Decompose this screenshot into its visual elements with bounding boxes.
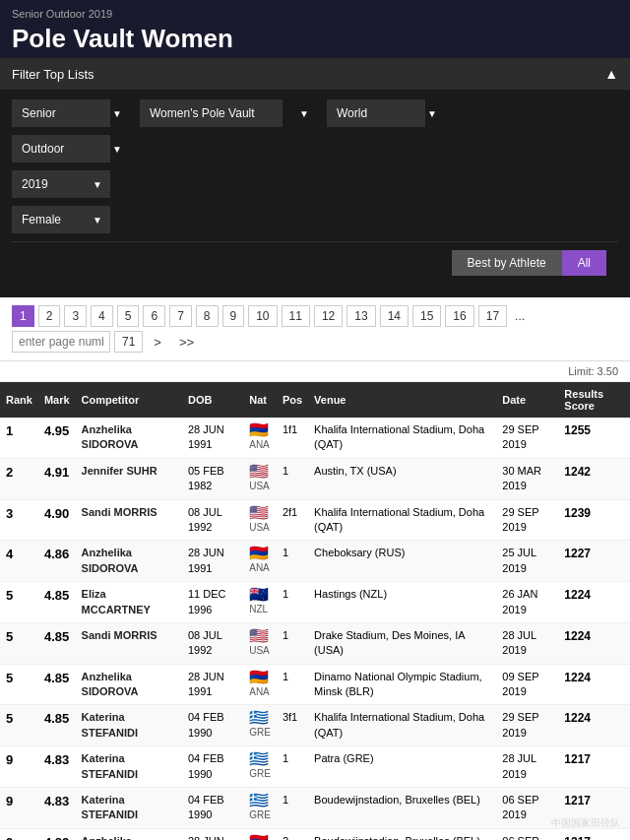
- page-button-2[interactable]: 2: [38, 305, 61, 327]
- rank-cell: 5: [0, 705, 38, 746]
- rank-cell: 5: [0, 582, 38, 623]
- pos-cell: 3f1: [277, 705, 308, 746]
- gender-select-wrapper[interactable]: Female Male: [12, 206, 110, 233]
- nat-code: NZL: [249, 603, 271, 616]
- competitor-cell: Eliza MCCARTNEY: [76, 582, 182, 623]
- environment-select[interactable]: Outdoor Indoor: [12, 135, 110, 162]
- flag-icon: 🇺🇸: [249, 464, 271, 480]
- col-rank: Rank: [0, 382, 38, 418]
- best-by-athlete-button[interactable]: Best by Athlete: [452, 250, 562, 276]
- year-select[interactable]: 2019 2018 2017 2016: [12, 170, 110, 198]
- page-button-12[interactable]: 12: [314, 305, 343, 327]
- event-select-wrapper[interactable]: Women's Pole Vault Men's Pole Vault: [140, 99, 317, 127]
- gender-select[interactable]: Female Male: [12, 206, 110, 233]
- page-button-16[interactable]: 16: [445, 305, 473, 327]
- nat-cell: 🇦🇲 ANA: [243, 828, 277, 840]
- page-button-3[interactable]: 3: [64, 305, 87, 327]
- competitor-cell: Jennifer SUHR: [76, 458, 182, 499]
- rank-cell: 9: [0, 828, 38, 840]
- page-button-6[interactable]: 6: [143, 305, 165, 327]
- event-category: Senior Outdoor 2019: [12, 8, 618, 20]
- competitor-cell: Katerina STEFANIDI: [76, 705, 182, 746]
- table-row: 3 4.90 Sandi MORRIS 08 JUL 1992 🇺🇸 USA 2…: [0, 499, 630, 541]
- region-select[interactable]: World Europe Asia Americas: [327, 99, 425, 127]
- page-button-17[interactable]: 17: [478, 305, 507, 327]
- all-button[interactable]: All: [562, 250, 606, 276]
- dob-cell: 28 JUN 1991: [182, 664, 243, 705]
- competitor-cell: Anzhelika SIDOROVA: [76, 541, 182, 582]
- page-button-11[interactable]: 11: [282, 305, 310, 327]
- pos-cell: 1: [277, 746, 308, 788]
- venue-cell: Boudewijnstadion, Bruxelles (BEL): [308, 828, 496, 840]
- dob-cell: 08 JUL 1992: [182, 499, 243, 541]
- score-cell: 1224: [558, 664, 630, 705]
- level-select[interactable]: Senior Junior Youth: [12, 99, 110, 127]
- date-cell: 30 MAR 2019: [496, 458, 558, 499]
- page-number-input[interactable]: [12, 331, 110, 353]
- page-button-4[interactable]: 4: [91, 305, 113, 327]
- mark-cell: 4.90: [38, 499, 76, 541]
- nat-cell: 🇬🇷 GRE: [243, 746, 277, 788]
- rank-cell: 3: [0, 499, 38, 541]
- page-button-5[interactable]: 5: [117, 305, 140, 327]
- pos-cell: 2: [277, 828, 308, 840]
- flag-icon: 🇦🇲: [249, 546, 271, 561]
- score-cell: 1224: [558, 705, 630, 746]
- flag-icon: 🇦🇲: [249, 834, 271, 840]
- table-row: 4 4.86 Anzhelika SIDOROVA 28 JUN 1991 🇦🇲…: [0, 541, 630, 582]
- table-row: 9 4.83 Katerina STEFANIDI 04 FEB 1990 🇬🇷…: [0, 746, 630, 788]
- mark-cell: 4.85: [38, 622, 76, 664]
- rank-cell: 9: [0, 788, 38, 829]
- next-page-button[interactable]: >: [147, 332, 168, 353]
- date-cell: 06 SEP 2019: [496, 788, 558, 829]
- score-cell: 1217: [558, 746, 630, 788]
- level-select-wrapper[interactable]: Senior Junior Youth: [12, 99, 130, 127]
- page-button-1[interactable]: 1: [12, 305, 34, 327]
- flag-icon: 🇬🇷: [249, 710, 271, 726]
- rank-cell: 5: [0, 622, 38, 664]
- nat-code: GRE: [249, 726, 271, 740]
- page-button-14[interactable]: 14: [380, 305, 409, 327]
- pagination: 1234567891011121314151617... 71 > >>: [0, 297, 630, 361]
- table-row: 5 4.85 Eliza MCCARTNEY 11 DEC 1996 🇳🇿 NZ…: [0, 582, 630, 623]
- dob-cell: 28 JUN 1991: [182, 418, 243, 458]
- page-button-10[interactable]: 10: [248, 305, 277, 327]
- toggle-row: Best by Athlete All: [12, 241, 618, 284]
- date-cell: 29 SEP 2019: [496, 705, 558, 746]
- ellipsis: ...: [511, 306, 529, 326]
- flag-icon: 🇬🇷: [249, 751, 271, 767]
- competitor-cell: Sandi MORRIS: [76, 622, 182, 664]
- table-row: 9 4.83 Anzhelika SIDOROVA 28 JUN 1991 🇦🇲…: [0, 828, 630, 840]
- table-body: 1 4.95 Anzhelika SIDOROVA 28 JUN 1991 🇦🇲…: [0, 418, 630, 840]
- flag-icon: 🇺🇸: [249, 505, 271, 521]
- nat-code: USA: [249, 521, 271, 535]
- page-button-9[interactable]: 9: [222, 305, 245, 327]
- mark-cell: 4.95: [38, 418, 76, 458]
- page-button-15[interactable]: 15: [412, 305, 441, 327]
- pos-cell: 1: [277, 458, 308, 499]
- competitor-cell: Anzhelika SIDOROVA: [76, 664, 182, 705]
- region-select-wrapper[interactable]: World Europe Asia Americas: [327, 99, 445, 127]
- col-pos: Pos: [277, 382, 308, 418]
- environment-select-wrapper[interactable]: Outdoor Indoor: [12, 135, 130, 162]
- venue-cell: Boudewijnstadion, Bruxelles (BEL): [308, 788, 496, 829]
- last-page-button[interactable]: >>: [172, 332, 201, 353]
- venue-cell: Patra (GRE): [308, 746, 496, 788]
- rank-cell: 1: [0, 418, 38, 458]
- page-button-7[interactable]: 7: [169, 305, 192, 327]
- mark-cell: 4.85: [38, 705, 76, 746]
- filter-bar-header: Filter Top Lists ▲: [0, 58, 630, 90]
- collapse-icon[interactable]: ▲: [604, 66, 618, 82]
- nat-code: ANA: [249, 685, 271, 699]
- dob-cell: 04 FEB 1990: [182, 746, 243, 788]
- competitor-cell: Anzhelika SIDOROVA: [76, 828, 182, 840]
- venue-cell: Hastings (NZL): [308, 582, 496, 623]
- pos-cell: 1: [277, 622, 308, 664]
- year-select-wrapper[interactable]: 2019 2018 2017 2016: [12, 170, 110, 198]
- nat-cell: 🇬🇷 GRE: [243, 705, 277, 746]
- event-select[interactable]: Women's Pole Vault Men's Pole Vault: [140, 99, 283, 127]
- table-row: 2 4.91 Jennifer SUHR 05 FEB 1982 🇺🇸 USA …: [0, 458, 630, 499]
- page-button-13[interactable]: 13: [346, 305, 375, 327]
- page-button-8[interactable]: 8: [196, 305, 219, 327]
- limit-label: Limit: 3.50: [568, 365, 618, 377]
